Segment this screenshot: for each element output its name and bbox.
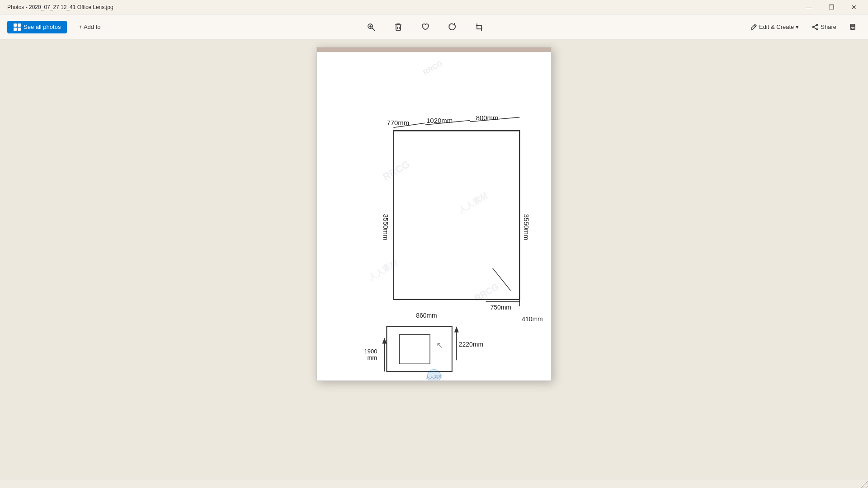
svg-point-12: [816, 24, 818, 25]
svg-point-14: [813, 26, 814, 28]
svg-text:↖: ↖: [436, 341, 443, 350]
toolbar-center: [105, 20, 745, 34]
svg-rect-18: [851, 28, 854, 30]
svg-text:1900: 1900: [364, 348, 377, 355]
print-icon: [849, 23, 856, 31]
rotate-icon: [448, 23, 457, 32]
svg-point-13: [816, 28, 818, 30]
sketch-image: RRCG RRCG 人人素材 人人素材 RRCG 770mm 1020mm 80…: [317, 47, 551, 380]
svg-line-15: [814, 25, 816, 26]
titlebar-controls: — ❐ ✕: [798, 0, 864, 14]
svg-rect-23: [317, 47, 551, 52]
print-button[interactable]: [844, 21, 861, 33]
svg-rect-0: [14, 23, 17, 27]
close-button[interactable]: ✕: [844, 0, 864, 14]
svg-text:mm: mm: [368, 354, 377, 361]
share-button[interactable]: Share: [807, 21, 841, 33]
delete-icon: [394, 23, 403, 32]
svg-text:410mm: 410mm: [522, 315, 542, 323]
svg-text:860mm: 860mm: [416, 312, 437, 319]
favorite-button[interactable]: [416, 20, 434, 34]
svg-text:人人素材: 人人素材: [426, 375, 442, 379]
bottom-bar: [0, 479, 868, 488]
svg-rect-8: [396, 25, 401, 30]
crop-icon: [475, 23, 484, 32]
toolbar-right: Edit & Create ▾ Share: [745, 21, 861, 33]
svg-rect-3: [18, 28, 21, 31]
see-all-photos-button[interactable]: See all photos: [7, 21, 67, 33]
svg-text:2220mm: 2220mm: [459, 341, 483, 348]
svg-rect-1: [18, 23, 21, 27]
main-content: RRCG RRCG 人人素材 人人素材 RRCG 770mm 1020mm 80…: [0, 40, 868, 488]
resize-handle[interactable]: [861, 481, 868, 488]
rotate-button[interactable]: [443, 20, 462, 34]
edit-icon: [750, 23, 757, 31]
minimize-button[interactable]: —: [798, 0, 819, 14]
titlebar: Photos - 2020_07_27 12_41 Office Lens.jp…: [0, 0, 868, 14]
svg-rect-22: [317, 47, 551, 380]
svg-text:800mm: 800mm: [476, 114, 499, 122]
crop-button[interactable]: [471, 20, 489, 34]
titlebar-title: Photos - 2020_07_27 12_41 Office Lens.jp…: [4, 4, 113, 10]
resize-icon: [861, 481, 868, 488]
svg-line-57: [863, 483, 868, 488]
share-icon: [811, 23, 819, 31]
heart-icon: [421, 23, 430, 32]
photos-icon: [14, 23, 21, 31]
add-to-button[interactable]: + Add to: [74, 21, 105, 33]
svg-line-11: [754, 25, 755, 27]
toolbar: See all photos + Add to: [0, 14, 868, 40]
zoom-icon: [367, 23, 376, 32]
delete-button[interactable]: [389, 20, 407, 34]
svg-line-5: [372, 28, 375, 31]
svg-text:770mm: 770mm: [387, 119, 409, 127]
svg-line-16: [814, 27, 816, 28]
photo-container: RRCG RRCG 人人素材 人人素材 RRCG 770mm 1020mm 80…: [316, 47, 552, 381]
svg-text:3550mm: 3550mm: [382, 214, 390, 240]
zoom-button[interactable]: [362, 20, 380, 34]
svg-text:750mm: 750mm: [491, 304, 511, 311]
svg-text:1020mm: 1020mm: [426, 117, 453, 124]
edit-create-button[interactable]: Edit & Create ▾: [745, 21, 803, 33]
svg-line-58: [866, 486, 868, 488]
restore-button[interactable]: ❐: [821, 0, 842, 14]
svg-text:3550mm: 3550mm: [523, 214, 530, 240]
svg-rect-2: [14, 28, 17, 31]
